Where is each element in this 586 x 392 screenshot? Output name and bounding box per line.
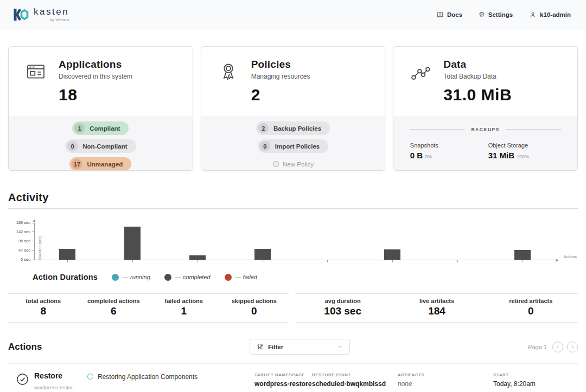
applications-card-text: Applications Discovered in this system 1… <box>59 59 132 111</box>
backup-policies-pill[interactable]: 2 Backup Policies <box>256 121 330 135</box>
start-pair: START Today, 8:20am <box>493 372 578 388</box>
avg-duration-stat: avg duration 103 sec <box>296 298 390 317</box>
non-compliant-pill[interactable]: 0 Non-Compliant <box>65 139 136 153</box>
kasten-logo[interactable]: kasten by Veeam <box>13 7 69 22</box>
filter-sliders-icon <box>257 343 264 350</box>
actions-heading: Actions <box>8 342 250 352</box>
snapshots-percent: 0% <box>425 154 432 159</box>
running-dot-icon <box>112 274 119 281</box>
brand-byline: by Veeam <box>50 17 69 22</box>
chart-bar[interactable] <box>254 249 271 260</box>
live-artifacts-label: live artifacts <box>390 298 483 304</box>
skipped-actions-stat: skipped actions 0 <box>219 298 290 317</box>
applications-card[interactable]: Applications Discovered in this system 1… <box>8 46 193 171</box>
filter-dropdown[interactable]: Filter <box>250 339 350 355</box>
chart-bar[interactable] <box>514 250 531 260</box>
data-subtitle: Total Backup Data <box>443 73 512 80</box>
docs-book-icon <box>436 11 444 18</box>
x-tick-mark <box>198 260 198 262</box>
avg-duration-value: 103 sec <box>296 305 390 317</box>
user-icon <box>529 11 537 18</box>
import-policies-pill[interactable]: 0 Import Policies <box>258 139 328 153</box>
chart-bar[interactable] <box>384 249 400 260</box>
failed-actions-stat: failed actions 1 <box>149 298 219 317</box>
policies-card-top: Policies Managing resources 2 <box>201 47 385 116</box>
next-page-button[interactable] <box>567 342 578 352</box>
target-namespace-value: wordpress-restore <box>254 380 312 388</box>
policies-card[interactable]: Policies Managing resources 2 2 Backup P… <box>201 46 386 171</box>
action-name: wordpress-restor... <box>34 384 87 390</box>
restore-point-value: scheduled-bwqkmblssd <box>312 380 398 388</box>
y-tick-mark <box>32 223 34 223</box>
y-tick-label: 189 sec <box>16 220 30 225</box>
data-network-icon <box>410 61 431 82</box>
avg-duration-label: avg duration <box>296 298 390 304</box>
pagination: Page 1 <box>528 342 578 352</box>
compliant-pill[interactable]: 1 Compliant <box>72 121 129 135</box>
activity-stats: total actions 8 completed actions 6 fail… <box>8 293 578 323</box>
unmanaged-pill[interactable]: 17 Unmanaged <box>69 157 131 171</box>
phase-text: Restoring Application Components <box>98 373 198 381</box>
chart-bar[interactable] <box>124 227 141 260</box>
failed-actions-label: failed actions <box>149 298 219 304</box>
policies-subtitle: Managing resources <box>251 73 310 80</box>
snapshots-value: 0 B0% <box>410 151 483 160</box>
docs-link[interactable]: Docs <box>436 11 462 18</box>
artifacts-cell: ARTIFACTS none <box>398 371 493 392</box>
data-card[interactable]: Data Total Backup Data 31.0 MiB BACKUPS … <box>393 46 578 171</box>
policies-card-text: Policies Managing resources 2 <box>251 59 310 111</box>
object-storage-stat: Object Storage 31 MiB100% <box>488 142 561 160</box>
filter-label: Filter <box>268 344 283 350</box>
object-storage-percent: 100% <box>517 154 529 159</box>
user-menu[interactable]: k10-admin <box>529 11 571 18</box>
x-tick-mark <box>67 260 68 262</box>
applications-count: 18 <box>59 86 132 104</box>
live-artifacts-stat: live artifacts 184 <box>390 298 483 317</box>
action-name-cell: Restore wordpress-restor... <box>34 371 87 392</box>
logo-text: kasten by Veeam <box>34 7 69 22</box>
y-tick-label: 95 sec <box>18 239 30 243</box>
x-tick-mark <box>132 260 133 262</box>
summary-cards: Applications Discovered in this system 1… <box>8 46 578 171</box>
circle-plus-icon <box>272 160 279 168</box>
legend-completed: — completed <box>164 274 211 281</box>
restore-point-label: RESTORE POINT <box>312 372 398 377</box>
new-policy-button[interactable]: New Policy <box>272 160 314 168</box>
x-tick-mark <box>457 260 458 262</box>
backup-policies-label: Backup Policies <box>273 125 321 132</box>
retired-artifacts-stat: retired artifacts 0 <box>484 298 578 317</box>
chart-bar[interactable] <box>59 249 75 260</box>
y-tick-mark <box>32 250 34 251</box>
actions-header: Actions Filter Page 1 <box>8 339 578 355</box>
prev-page-button[interactable] <box>552 342 563 352</box>
compliant-count: 1 <box>74 123 85 133</box>
y-tick-label: 142 sec <box>16 229 30 234</box>
action-status-cell <box>8 371 34 392</box>
policies-title: Policies <box>251 59 310 70</box>
y-tick-mark <box>32 260 34 260</box>
x-tick-mark <box>392 260 393 262</box>
settings-link[interactable]: ⚙ Settings <box>479 11 513 18</box>
backup-stats: Snapshots 0 B0% Object Storage 31 MiB100… <box>410 142 561 160</box>
x-tick-mark <box>263 260 263 262</box>
duration-chart-plot: 0 sec47 sec95 sec142 sec189 sec <box>34 223 555 260</box>
chevron-down-icon <box>337 344 343 350</box>
total-actions-value: 8 <box>8 305 79 317</box>
legend-title: Action Durations <box>33 273 98 281</box>
legend-completed-label: — completed <box>175 274 211 280</box>
chart-bar[interactable] <box>189 255 206 260</box>
y-tick-label: 0 sec <box>21 257 30 262</box>
legend-running: — running <box>112 274 150 281</box>
brand-name: kasten <box>34 7 69 16</box>
data-card-top: Data Total Backup Data 31.0 MiB <box>393 47 577 116</box>
data-card-bottom: BACKUPS Snapshots 0 B0% Object Storage 3… <box>393 116 577 170</box>
policies-card-bottom: 2 Backup Policies 0 Import Policies New … <box>201 116 385 171</box>
phase-ring-icon <box>87 374 93 380</box>
legend-failed: — failed <box>225 274 257 281</box>
legend-running-label: — running <box>123 274 150 280</box>
action-type: Restore <box>34 371 87 380</box>
kasten-k10-icon <box>13 7 29 22</box>
retired-artifacts-value: 0 <box>484 305 578 317</box>
action-row-restore[interactable]: Restore wordpress-restor... Restoring Ap… <box>8 363 578 392</box>
action-durations-chart: 0 sec47 sec95 sec142 sec189 sec Duration… <box>8 216 578 268</box>
